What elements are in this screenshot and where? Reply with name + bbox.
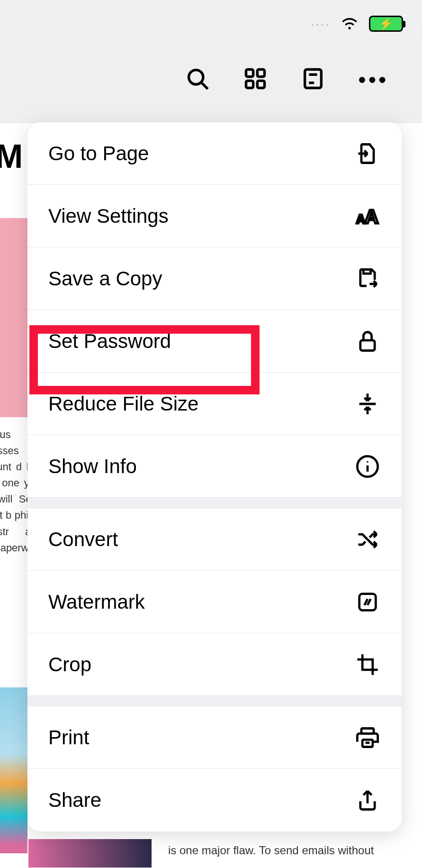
share-icon xyxy=(354,788,381,813)
watermark-icon xyxy=(354,590,381,614)
menu-item-save-a-copy[interactable]: Save a Copy xyxy=(27,247,402,310)
document-footer-fragment: is one major flaw. To send emails withou… xyxy=(168,844,374,857)
menu-item-label: Go to Page xyxy=(48,142,149,165)
menu-item-show-info[interactable]: Show Info xyxy=(27,435,402,498)
svg-rect-3 xyxy=(257,70,264,77)
svg-text:A: A xyxy=(365,206,379,228)
more-icon[interactable]: ••• xyxy=(359,68,389,91)
menu-item-label: Share xyxy=(48,789,101,812)
menu-item-reduce-file-size[interactable]: Reduce File Size xyxy=(27,373,402,435)
search-icon[interactable] xyxy=(185,66,210,93)
menu-item-label: View Settings xyxy=(48,205,169,228)
svg-line-1 xyxy=(201,83,207,89)
menu-item-set-password[interactable]: Set Password xyxy=(27,310,402,373)
svg-point-0 xyxy=(189,70,203,84)
svg-rect-4 xyxy=(246,81,253,88)
text-size-icon: AA xyxy=(354,204,381,228)
wifi-icon xyxy=(340,13,359,35)
menu-item-label: Crop xyxy=(48,653,91,676)
svg-text:A: A xyxy=(356,212,365,226)
menu-item-label: Watermark xyxy=(48,591,145,613)
menu-item-watermark[interactable]: Watermark xyxy=(27,571,402,633)
document-photo-block-2 xyxy=(28,839,152,868)
menu-item-view-settings[interactable]: View Settings AA xyxy=(27,185,402,247)
menu-item-go-to-page[interactable]: Go to Page xyxy=(27,122,402,185)
svg-rect-11 xyxy=(360,340,375,350)
document-photo-block xyxy=(0,687,27,853)
svg-rect-2 xyxy=(246,70,253,77)
document-title-fragment: M xyxy=(0,137,23,175)
signal-dots: ···· xyxy=(311,16,330,32)
context-menu: Go to Page View Settings AA Save a Copy … xyxy=(27,122,402,831)
compress-icon xyxy=(354,392,381,416)
page-view-icon[interactable] xyxy=(301,66,325,93)
crop-icon xyxy=(354,652,381,677)
printer-icon xyxy=(354,725,381,750)
svg-rect-5 xyxy=(257,81,264,88)
page-arrow-icon xyxy=(354,141,381,166)
floppy-export-icon xyxy=(354,266,381,291)
grid-icon[interactable] xyxy=(243,66,268,93)
battery-charging-icon: ⚡ xyxy=(369,16,403,32)
info-icon xyxy=(354,454,381,479)
svg-rect-16 xyxy=(359,594,376,610)
lock-icon xyxy=(354,329,381,354)
menu-item-label: Show Info xyxy=(48,455,137,478)
menu-item-print[interactable]: Print xyxy=(27,706,402,769)
menu-item-label: Save a Copy xyxy=(48,267,162,290)
menu-item-label: Print xyxy=(48,726,89,749)
svg-point-15 xyxy=(367,461,368,462)
menu-item-crop[interactable]: Crop xyxy=(27,633,402,696)
menu-item-label: Reduce File Size xyxy=(48,393,198,415)
shuffle-icon xyxy=(354,527,381,552)
document-image-block xyxy=(0,218,27,417)
menu-section-divider xyxy=(27,498,402,508)
svg-rect-6 xyxy=(305,70,321,88)
menu-section-divider xyxy=(27,696,402,706)
menu-item-share[interactable]: Share xyxy=(27,769,402,831)
toolbar: ••• xyxy=(185,66,389,93)
menu-item-label: Set Password xyxy=(48,330,171,353)
status-bar: ···· ⚡ xyxy=(311,0,422,47)
menu-item-convert[interactable]: Convert xyxy=(27,508,402,571)
menu-item-label: Convert xyxy=(48,528,118,551)
